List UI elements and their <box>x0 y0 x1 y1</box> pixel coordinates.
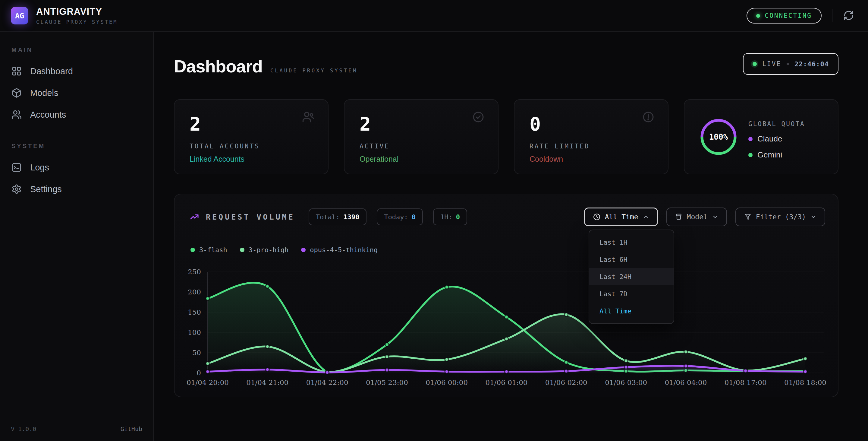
svg-text:01/04 21:00: 01/04 21:00 <box>246 379 288 386</box>
time-range-menu: Last 1H Last 6H Last 24H Last 7D All Tim… <box>589 230 674 324</box>
trending-up-icon <box>190 212 199 222</box>
svg-text:01/06 02:00: 01/06 02:00 <box>545 379 587 386</box>
svg-text:200: 200 <box>188 288 201 296</box>
menu-item-last-6h[interactable]: Last 6H <box>589 251 674 268</box>
users-icon <box>302 111 315 123</box>
sidebar-item-logs[interactable]: Logs <box>6 157 147 177</box>
request-volume-chart: 05010015020025001/04 20:0001/04 21:0001/… <box>181 264 832 393</box>
topbar-divider <box>832 9 832 22</box>
users-icon <box>11 110 22 120</box>
stat-value: 2 <box>360 113 371 135</box>
chart-title: REQUEST VOLUME <box>206 213 295 222</box>
app-name: ANTIGRAVITY <box>36 6 118 17</box>
separator-dot-icon <box>786 63 789 65</box>
series-dot-icon <box>301 248 306 252</box>
stat-card-active: 2 ACTIVE Operational <box>344 99 498 174</box>
sidebar-section-main: MAIN <box>11 47 147 53</box>
github-link[interactable]: GitHub <box>121 425 142 433</box>
quota-legend-claude: Claude <box>748 134 805 144</box>
page-header: Dashboard CLAUDE PROXY SYSTEM LIVE 22:46… <box>174 51 838 91</box>
sidebar-item-label: Logs <box>30 163 49 173</box>
gemini-dot-icon <box>748 153 752 157</box>
terminal-icon <box>11 162 22 173</box>
legend-item-opus: opus-4-5-thinking <box>301 246 378 254</box>
live-dot-icon <box>752 62 757 66</box>
sidebar: MAIN Dashboard Models Accounts SYSTEM Lo… <box>0 32 154 441</box>
stat-label: ACTIVE <box>360 143 390 150</box>
app-subtitle: CLAUDE PROXY SYSTEM <box>36 19 118 25</box>
svg-text:01/04 22:00: 01/04 22:00 <box>306 379 348 386</box>
live-label: LIVE <box>762 60 781 67</box>
one-hour-badge: 1H: 0 <box>433 208 467 225</box>
sidebar-item-models[interactable]: Models <box>6 83 147 103</box>
stat-card-total-accounts: 2 TOTAL ACCOUNTS Linked Accounts <box>174 99 329 174</box>
sidebar-item-label: Settings <box>30 184 62 194</box>
brand: AG ANTIGRAVITY CLAUDE PROXY SYSTEM <box>11 6 118 25</box>
svg-text:50: 50 <box>192 349 201 356</box>
svg-text:100: 100 <box>188 328 201 336</box>
menu-item-last-1h[interactable]: Last 1H <box>589 234 674 251</box>
svg-text:01/04 20:00: 01/04 20:00 <box>187 379 229 386</box>
model-dropdown-button[interactable]: Model <box>666 208 727 226</box>
gear-icon <box>11 184 22 194</box>
menu-item-last-7d[interactable]: Last 7D <box>589 285 674 302</box>
sidebar-section-system: SYSTEM <box>11 143 147 150</box>
refresh-icon <box>843 10 854 21</box>
app-root: AG ANTIGRAVITY CLAUDE PROXY SYSTEM CONNE… <box>0 0 868 441</box>
sidebar-item-accounts[interactable]: Accounts <box>6 105 147 124</box>
claude-dot-icon <box>748 137 752 141</box>
svg-text:01/05 23:00: 01/05 23:00 <box>366 379 408 386</box>
live-badge: LIVE 22:46:04 <box>743 53 838 75</box>
sidebar-item-label: Dashboard <box>30 66 73 76</box>
svg-text:01/06 00:00: 01/06 00:00 <box>426 379 468 386</box>
stat-label: TOTAL ACCOUNTS <box>190 143 260 150</box>
funnel-icon <box>744 213 752 221</box>
legend-item-3-flash: 3-flash <box>190 246 227 254</box>
chevron-down-icon <box>810 213 817 220</box>
status-label: CONNECTING <box>765 12 812 19</box>
check-circle-icon <box>472 111 485 123</box>
cube-icon <box>11 88 22 98</box>
filter-dropdown-button[interactable]: Filter (3/3) <box>735 208 825 226</box>
app-logo: AG <box>11 7 28 24</box>
legend-item-3-pro-high: 3-pro-high <box>240 246 288 254</box>
svg-text:250: 250 <box>188 268 201 276</box>
today-badge: Today: 0 <box>377 208 423 225</box>
svg-text:0: 0 <box>196 369 201 377</box>
request-volume-card: REQUEST VOLUME Total: 1390 Today: 0 1H: … <box>174 194 838 397</box>
main-content: Dashboard CLAUDE PROXY SYSTEM LIVE 22:46… <box>154 32 868 441</box>
stat-label: RATE LIMITED <box>530 143 590 150</box>
quota-title: GLOBAL QUOTA <box>748 120 805 127</box>
model-icon <box>675 213 683 221</box>
quota-percent: 100% <box>700 118 738 156</box>
stat-value: 2 <box>190 113 201 135</box>
chevron-down-icon <box>712 213 718 220</box>
version-label: V 1.0.0 <box>11 425 36 433</box>
series-dot-icon <box>240 248 244 252</box>
menu-item-last-24h[interactable]: Last 24H <box>589 268 674 285</box>
chart-legend: 3-flash 3-pro-high opus-4-5-thinking <box>190 246 378 254</box>
connection-status-badge: CONNECTING <box>747 8 822 24</box>
svg-text:01/06 01:00: 01/06 01:00 <box>486 379 528 386</box>
chevron-up-icon <box>643 213 649 220</box>
stat-value: 0 <box>530 113 541 135</box>
svg-text:01/08 17:00: 01/08 17:00 <box>724 379 767 386</box>
clock-icon <box>593 213 601 221</box>
status-dot-icon <box>756 14 760 18</box>
total-badge: Total: 1390 <box>309 208 367 225</box>
quota-legend-gemini: Gemini <box>748 150 805 159</box>
stat-subtitle: Cooldown <box>530 155 563 164</box>
alert-circle-icon <box>642 111 655 123</box>
sidebar-item-label: Models <box>30 88 59 98</box>
stat-card-rate-limited: 0 RATE LIMITED Cooldown <box>514 99 669 174</box>
time-range-dropdown-button[interactable]: All Time <box>584 208 658 226</box>
menu-item-all-time[interactable]: All Time <box>589 302 674 320</box>
sidebar-item-dashboard[interactable]: Dashboard <box>6 61 147 81</box>
sidebar-item-settings[interactable]: Settings <box>6 179 147 199</box>
svg-text:01/06 03:00: 01/06 03:00 <box>605 379 647 386</box>
topbar: AG ANTIGRAVITY CLAUDE PROXY SYSTEM CONNE… <box>0 0 868 32</box>
refresh-button[interactable] <box>843 10 855 22</box>
page-subtitle: CLAUDE PROXY SYSTEM <box>270 67 358 74</box>
stats-row: 2 TOTAL ACCOUNTS Linked Accounts 2 ACTIV… <box>174 99 838 174</box>
stat-subtitle: Operational <box>360 155 398 164</box>
